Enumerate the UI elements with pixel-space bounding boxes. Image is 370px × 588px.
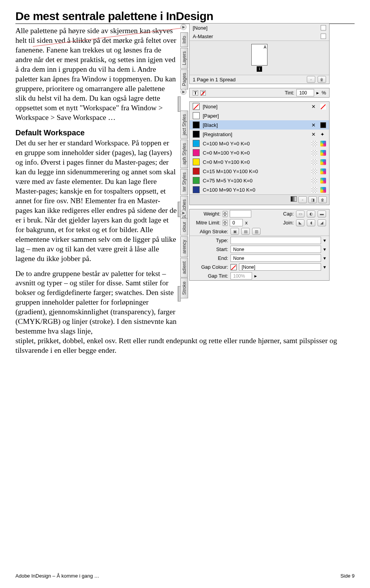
collapse-toggle[interactable]: ▶ — [180, 210, 187, 216]
swatch-row[interactable]: C=100 M=0 Y=0 K=0 — [190, 139, 329, 148]
align-inside-button[interactable]: ▤ — [241, 228, 250, 235]
dock-grip[interactable] — [178, 202, 181, 217]
end-label: End: — [193, 255, 228, 261]
cap-round-button[interactable]: ◐ — [307, 211, 315, 217]
end-select[interactable]: None — [230, 254, 321, 262]
lock-icon: ✕ — [311, 131, 317, 137]
master-label: A-Master — [193, 34, 213, 39]
tab-transparency[interactable]: arency — [180, 236, 188, 257]
swatch-row[interactable]: C=75 M=5 Y=100 K=0 — [190, 176, 329, 185]
delete-swatch-button[interactable]: 🗑 — [318, 196, 327, 203]
dock-grip[interactable] — [178, 286, 181, 302]
section-heading: Default Workspace — [15, 128, 177, 138]
swatch-row[interactable]: [None]✕ — [190, 102, 329, 111]
join-round-button[interactable]: ◖ — [307, 219, 315, 226]
tab-info[interactable]: Info — [180, 32, 188, 47]
swatch-row[interactable]: [Registration]✕✦ — [190, 130, 329, 139]
dropdown-icon[interactable]: ▾ — [323, 264, 326, 270]
type-label: Type: — [193, 238, 228, 243]
join-bevel-button[interactable]: ◢ — [318, 219, 326, 226]
align-stroke-label: Align Stroke: — [193, 229, 228, 234]
master-row-a[interactable]: A-Master — [190, 32, 329, 40]
dropdown-icon[interactable]: ▾ — [323, 246, 326, 252]
weight-stepper[interactable]: ▴▾ — [223, 211, 227, 217]
tab-stroke[interactable]: Stroke — [180, 278, 188, 298]
master-label: [None] — [193, 25, 207, 31]
collapse-toggle[interactable]: ▶ — [180, 89, 187, 95]
intro-paragraph: Alle palettene på høyre side av skjermen… — [15, 26, 177, 123]
tab-character-styles[interactable]: ter Styles — [180, 169, 188, 195]
tab-colour[interactable]: olour — [180, 218, 188, 236]
dropdown-icon[interactable]: ▾ — [323, 238, 326, 243]
pages-panel-group: ▶ Info Layers Pages [None] A-Master A 1 — [181, 23, 330, 84]
gap-colour-label: Gap Colour: — [193, 264, 228, 270]
footer-right: Side 9 — [340, 573, 355, 579]
tint-field[interactable]: 100 — [296, 89, 314, 96]
stroke-panel-group: ▶ olour arency adient Stroke Weight: ▴▾ … — [181, 209, 330, 281]
tab-layers[interactable]: Layers — [180, 48, 188, 69]
type-select[interactable] — [230, 237, 321, 244]
weight-label: Weight: — [193, 211, 220, 217]
mitre-unit: x — [245, 220, 248, 226]
gap-tint-field[interactable]: 100% — [230, 272, 252, 280]
master-thumb-icon — [321, 34, 326, 39]
tab-gradient[interactable]: adient — [180, 258, 188, 278]
tint-unit: % — [321, 90, 326, 96]
gap-colour-select[interactable]: [None] — [239, 263, 321, 271]
tint-label: Tint: — [285, 90, 294, 96]
delete-page-button[interactable]: 🗑 — [318, 76, 326, 83]
swatch-row[interactable]: C=0 M=0 Y=100 K=0 — [190, 157, 329, 167]
page-title: De mest sentrale palettene i InDesign — [15, 10, 355, 24]
page-thumbnail[interactable]: A — [251, 44, 267, 66]
align-center-button[interactable]: ▣ — [230, 228, 239, 235]
collapse-toggle[interactable]: ▶ — [180, 24, 187, 30]
weight-field[interactable] — [230, 210, 251, 217]
fill-proxy-icon[interactable]: T — [193, 90, 198, 96]
join-label: Join: — [283, 220, 294, 226]
new-swatch-button[interactable]: ▫ — [298, 196, 307, 203]
mitre-stepper[interactable]: ▴▾ — [223, 220, 227, 226]
swatches-panel-group: ject Styles aph Styles ter Styles Swatch… — [181, 101, 330, 205]
tab-object-styles[interactable]: ject Styles — [180, 111, 188, 139]
swatch-row[interactable]: [Black]✕ — [190, 120, 329, 130]
swatch-row[interactable]: [Paper] — [190, 111, 329, 120]
align-outside-button[interactable]: ▥ — [252, 228, 261, 235]
start-label: Start: — [193, 246, 228, 252]
pages-status: 1 Page in 1 Spread ▫ 🗑 — [190, 75, 329, 84]
footer-left: Adobe InDesign – Å komme i gang … — [15, 573, 99, 579]
cap-butt-button[interactable]: ▭ — [296, 211, 304, 217]
gap-tint-label: Gap Tint: — [193, 273, 228, 279]
page-number-badge: 1 — [257, 66, 262, 72]
dock-grip[interactable] — [178, 96, 181, 112]
groups-paragraph: De to andre gruppene består av paletter … — [15, 269, 177, 337]
mitre-label: Mitre Limit: — [193, 220, 220, 226]
swatch-row[interactable]: C=0 M=100 Y=0 K=0 — [190, 148, 329, 157]
join-miter-button[interactable]: ◣ — [296, 219, 304, 226]
new-swatch-alt-button[interactable]: ◨ — [308, 196, 317, 203]
swatch-row[interactable]: C=100 M=90 Y=10 K=0 — [190, 185, 329, 194]
cap-label: Cap: — [283, 211, 294, 217]
default-workspace-paragraph: Det du ser her er standard Workspace. På… — [15, 138, 177, 263]
new-page-button[interactable]: ▫ — [307, 76, 315, 83]
tint-slider-icon[interactable]: ▸ — [254, 273, 257, 279]
tab-paragraph-styles[interactable]: aph Styles — [180, 140, 188, 168]
gradient-swatch-icon[interactable] — [291, 196, 297, 202]
continuation-paragraph: stiplet, prikket, dobbel, enkel osv. Ret… — [15, 336, 355, 355]
character-panel-group: ▶ T T Tint: 100 ▸ % — [181, 88, 330, 98]
tab-pages[interactable]: Pages — [180, 69, 188, 89]
tint-stepper[interactable]: ▸ — [316, 90, 319, 96]
swatch-row[interactable]: C=15 M=100 Y=100 K=0 — [190, 167, 329, 176]
mitre-field[interactable]: 0 — [230, 219, 243, 226]
start-select[interactable]: None — [230, 246, 321, 253]
master-thumb-icon — [321, 25, 326, 30]
lock-icon: ✕ — [311, 122, 317, 128]
stroke-proxy-icon[interactable]: T — [200, 90, 206, 96]
cap-projecting-button[interactable]: ▬ — [318, 211, 326, 217]
master-row-none[interactable]: [None] — [190, 24, 329, 32]
lock-icon: ✕ — [311, 104, 317, 110]
dropdown-icon[interactable]: ▾ — [323, 255, 326, 261]
